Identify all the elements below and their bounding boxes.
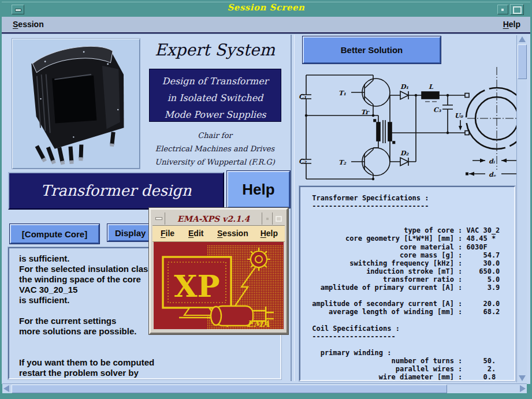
session-screen-window: Session Screen Session Help xyxy=(0,0,532,399)
label-c2: C₂ xyxy=(299,158,307,165)
logo-ema-text: EMA xyxy=(246,319,271,329)
hscroll-thumb[interactable] xyxy=(12,385,447,393)
window-menu-button[interactable] xyxy=(12,5,24,14)
program-title-box: Design of Transformer in Isolated Switch… xyxy=(149,69,281,122)
label-di: dᵢ xyxy=(489,158,496,165)
better-solution-button[interactable]: Better Solution xyxy=(303,36,441,64)
scroll-left-icon[interactable] xyxy=(3,385,9,392)
compute-core-button[interactable]: [Compute Core] xyxy=(10,224,99,244)
scroll-down-icon[interactable] xyxy=(519,375,526,381)
minimize-icon xyxy=(501,9,504,11)
label-tr: Tr xyxy=(361,109,370,116)
menu-help[interactable]: Help xyxy=(503,20,520,29)
window-titlebar[interactable]: Session Screen xyxy=(2,2,530,18)
ema-xps-menubar: File Edit Session Help xyxy=(152,226,285,242)
transformer-design-banner: Transformer design xyxy=(8,172,224,210)
label-c1: C₁ xyxy=(299,93,307,100)
maximize-button[interactable] xyxy=(510,4,524,15)
scroll-up-icon[interactable] xyxy=(519,36,526,42)
xps-logo: XP EMA xyxy=(154,242,284,329)
popup-maximize-button[interactable] xyxy=(272,212,285,225)
menubar: Session Help xyxy=(2,17,530,33)
window-hscrollbar[interactable] xyxy=(2,383,527,393)
specifications-panel[interactable]: Transformer Specifications : -----------… xyxy=(299,186,515,381)
window-vscrollbar[interactable] xyxy=(516,35,527,382)
label-u0: U₀ xyxy=(455,112,464,120)
chair-credits: Chair for Electrical Machines and Drives… xyxy=(146,129,284,169)
label-t1: T₁ xyxy=(338,90,346,97)
circuit-diagram: C₁ T₁ C₂ T₂ Tr D₁ D₂ L C₃ U₀ dᵢ dₑ xyxy=(298,62,516,185)
popup-menu-session[interactable]: Session xyxy=(217,229,248,238)
transformer-photo xyxy=(12,39,139,167)
label-de: dₑ xyxy=(489,171,496,178)
popup-menu-edit[interactable]: Edit xyxy=(188,229,203,238)
label-l: L xyxy=(429,83,433,91)
transformer-photo-panel xyxy=(12,38,140,169)
popup-minimize-icon xyxy=(266,218,269,220)
specifications-text: Transformer Specifications : -----------… xyxy=(300,187,514,381)
column-divider xyxy=(291,35,292,381)
menu-session[interactable]: Session xyxy=(13,20,44,29)
popup-title: EMA-XPS v2.1.4 xyxy=(165,214,262,223)
popup-menu-help[interactable]: Help xyxy=(261,229,278,238)
popup-minimize-button[interactable] xyxy=(262,212,272,225)
logo-xp-text: XP xyxy=(174,269,220,304)
column-divider-highlight xyxy=(294,35,295,381)
sun-icon xyxy=(247,248,270,271)
popup-menu-dash-icon xyxy=(155,217,162,220)
popup-maximize-icon xyxy=(276,216,282,222)
ema-xps-titlebar[interactable]: EMA-XPS v2.1.4 xyxy=(152,212,285,226)
label-t2: T₂ xyxy=(338,159,347,166)
minimize-button[interactable] xyxy=(497,5,508,14)
label-d2: D₂ xyxy=(400,150,410,157)
window-title: Session Screen xyxy=(2,2,530,13)
ema-xps-window[interactable]: EMA-XPS v2.1.4 File Edit Session Help xyxy=(149,208,288,334)
label-d1: D₁ xyxy=(400,83,409,91)
popup-window-menu-button[interactable] xyxy=(152,212,165,225)
popup-menu-file[interactable]: File xyxy=(161,229,174,238)
label-c3: C₃ xyxy=(433,106,442,114)
help-button[interactable]: Help xyxy=(227,171,290,208)
maximize-icon xyxy=(513,6,522,14)
vscroll-thumb[interactable] xyxy=(518,44,527,79)
expert-system-title: Expert System xyxy=(146,40,284,59)
window-menu-dash-icon xyxy=(15,9,21,12)
scroll-right-icon[interactable] xyxy=(520,385,526,392)
